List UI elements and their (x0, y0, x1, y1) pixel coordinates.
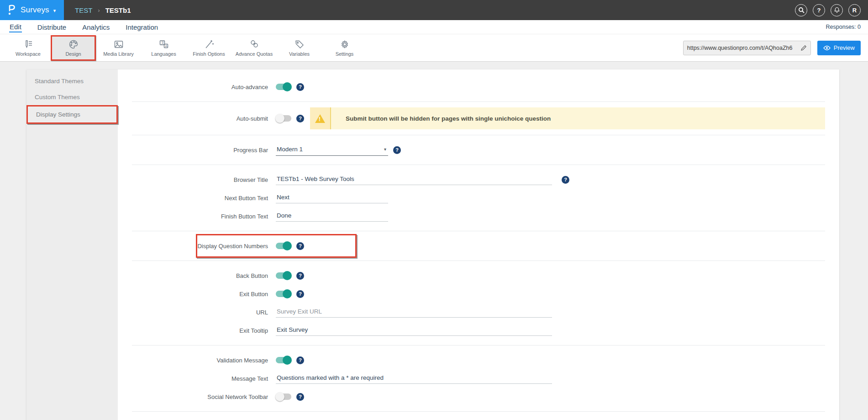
toolbar-item-design[interactable]: Design (51, 35, 96, 61)
question-icon: ? (817, 7, 821, 14)
help-button[interactable]: ? (813, 4, 825, 16)
progress-bar-value: Modern 1 (277, 146, 303, 153)
questionpro-logo (6, 4, 16, 16)
display-settings-form: Auto-advance ? Auto-submit ? Submit butt… (118, 69, 839, 420)
exit-tooltip-input[interactable] (276, 325, 552, 336)
toolbar-item-label: Advance Quotas (236, 51, 273, 57)
exit-tooltip-label: Exit Tooltip (132, 327, 276, 334)
social-network-toolbar-help-icon[interactable]: ? (296, 393, 304, 401)
breadcrumb-parent[interactable]: TEST (75, 6, 92, 14)
tag-icon (294, 39, 305, 50)
brand-label: Surveys (21, 5, 49, 15)
toolbar-item-finish-options[interactable]: Finish Options (186, 35, 231, 61)
message-text-input[interactable] (276, 373, 552, 384)
chain-links-icon (249, 39, 260, 50)
sub-nav: Edit Distribute Analytics Integration Re… (0, 20, 868, 34)
exit-button-label: Exit Button (132, 291, 276, 298)
auto-submit-toggle[interactable] (276, 115, 291, 122)
toolbar-item-workspace[interactable]: Workspace (5, 35, 51, 61)
validation-message-label: Validation Message (132, 357, 276, 364)
themes-sidebar: Standard Themes Custom Themes Display Se… (26, 69, 118, 420)
browser-title-input[interactable] (276, 174, 552, 185)
auto-advance-help-icon[interactable]: ? (296, 83, 304, 91)
back-button-help-icon[interactable]: ? (296, 272, 304, 280)
auto-advance-label: Auto-advance (132, 84, 276, 90)
survey-url-input[interactable] (687, 45, 798, 51)
svg-text:文: 文 (161, 41, 164, 45)
validation-message-toggle[interactable] (276, 357, 291, 363)
design-palette-icon (68, 39, 79, 50)
avatar[interactable]: R (848, 4, 861, 16)
warning-icon-cell (310, 107, 331, 129)
avatar-initial: R (852, 7, 857, 14)
toolbar-item-languages[interactable]: 文 A Languages (141, 35, 186, 61)
next-button-text-input[interactable] (276, 192, 388, 203)
breadcrumb-separator-icon: › (98, 7, 100, 14)
languages-icon: 文 A (158, 39, 169, 50)
tab-analytics[interactable]: Analytics (82, 22, 110, 32)
toolbar-item-settings[interactable]: Settings (322, 35, 367, 61)
section-progress-bar: Progress Bar Modern 1 ▾ ? (132, 135, 825, 165)
section-auto-advance: Auto-advance ? (132, 72, 825, 102)
top-bar: Surveys ▾ TEST › TESTb1 ? R (0, 0, 868, 20)
progress-bar-help-icon[interactable]: ? (393, 146, 401, 154)
notifications-button[interactable] (831, 4, 843, 16)
edit-pencil-icon[interactable] (800, 45, 807, 51)
chevron-down-icon: ▾ (53, 8, 56, 14)
media-library-icon (113, 39, 124, 50)
sidebar-item-display-settings[interactable]: Display Settings (26, 105, 118, 124)
design-toolbar: Workspace Design Media Library 文 A Langu… (0, 34, 868, 62)
sidebar-item-custom-themes[interactable]: Custom Themes (26, 89, 118, 105)
eye-icon (823, 45, 831, 51)
section-navigation-buttons: Back Button ? Exit Button ? URL Exit Too… (132, 261, 825, 346)
next-button-text-label: Next Button Text (132, 195, 276, 202)
finish-button-text-label: Finish Button Text (132, 213, 276, 220)
finish-button-text-input[interactable] (276, 211, 388, 222)
exit-url-input[interactable] (276, 307, 552, 318)
exit-url-label: URL (132, 309, 276, 316)
tab-integration[interactable]: Integration (125, 22, 158, 32)
svg-text:A: A (165, 44, 167, 48)
section-validation: Validation Message ? Message Text Social… (132, 346, 825, 412)
toolbar-item-label: Media Library (103, 51, 134, 57)
toolbar-item-label: Languages (151, 51, 176, 57)
section-display-question-numbers: Display Question Numbers ? (132, 231, 825, 261)
display-question-numbers-help-icon[interactable]: ? (296, 242, 304, 250)
validation-message-help-icon[interactable]: ? (296, 356, 304, 364)
toolbar-item-advance-quotas[interactable]: Advance Quotas (231, 35, 277, 61)
surveys-menu[interactable]: Surveys ▾ (0, 0, 64, 20)
bell-icon (834, 7, 840, 13)
warning-text: Submit button will be hidden for pages w… (331, 107, 551, 129)
auto-submit-help-icon[interactable]: ? (296, 115, 304, 122)
browser-title-label: Browser Title (132, 176, 276, 183)
auto-advance-toggle[interactable] (276, 84, 291, 90)
section-auto-submit: Auto-submit ? Submit button will be hidd… (132, 102, 825, 135)
section-save: Save (132, 412, 825, 420)
content-area: Standard Themes Custom Themes Display Se… (0, 62, 868, 420)
tab-distribute[interactable]: Distribute (37, 22, 67, 32)
warning-triangle-icon (315, 114, 325, 123)
search-icon (798, 7, 805, 13)
display-question-numbers-toggle[interactable] (276, 243, 291, 249)
progress-bar-select[interactable]: Modern 1 ▾ (276, 144, 388, 156)
survey-url-box (683, 41, 811, 55)
breadcrumb-current: TESTb1 (105, 6, 131, 14)
chevron-down-icon: ▾ (384, 147, 386, 152)
toolbar-item-media-library[interactable]: Media Library (96, 35, 141, 61)
toolbar-item-label: Settings (336, 51, 354, 57)
toolbar-item-variables[interactable]: Variables (277, 35, 322, 61)
toolbar-item-label: Workspace (16, 51, 41, 57)
exit-button-help-icon[interactable]: ? (296, 290, 304, 298)
search-button[interactable] (795, 4, 807, 16)
preview-label: Preview (834, 44, 855, 51)
browser-title-help-icon[interactable]: ? (562, 176, 569, 184)
toolbar-item-label: Design (65, 51, 81, 57)
social-network-toolbar-toggle[interactable] (276, 393, 291, 400)
auto-submit-label: Auto-submit (132, 115, 276, 122)
gear-icon (339, 39, 350, 50)
preview-button[interactable]: Preview (817, 41, 861, 55)
tab-edit[interactable]: Edit (9, 21, 22, 32)
exit-button-toggle[interactable] (276, 291, 291, 297)
sidebar-item-standard-themes[interactable]: Standard Themes (26, 73, 118, 89)
back-button-toggle[interactable] (276, 272, 291, 279)
